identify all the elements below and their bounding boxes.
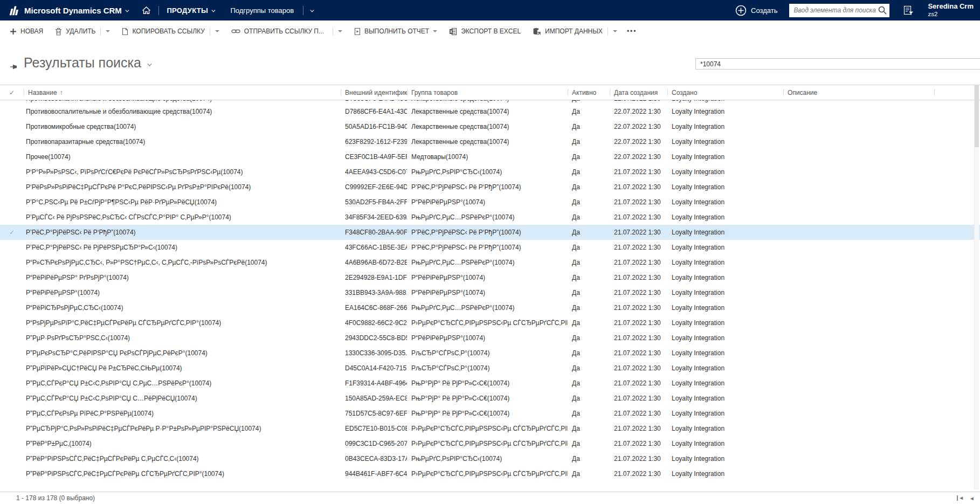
- cell-name[interactable]: Противомикробные средства(10074): [24, 123, 341, 130]
- scrollbar-thumb[interactable]: [975, 85, 979, 147]
- cell-name[interactable]: Р”РёР°Р±РµС‚(10074): [24, 440, 341, 447]
- create-button[interactable]: Создать: [735, 5, 777, 16]
- cell-name[interactable]: Р”РёР°РіРЅРѕСЃС‚РёС‡РµСЃРєРёРµ СЃСЂРµРґС…: [24, 470, 341, 478]
- cell-name[interactable]: Р”РµС‚СЃРєР°СЏ Р±С‹С‚РѕРІР°СЏ С…РёРјРёСЏ…: [24, 395, 341, 402]
- table-row[interactable]: Р”РµР·РѕРґРѕСЂР°РЅС‚С‹(10074) 2943DDC2-5…: [0, 330, 980, 346]
- table-row[interactable]: Противомикробные средства(10074) 50A5AD1…: [0, 119, 980, 134]
- table-row[interactable]: Р”РµСЂРјР°С‚РѕР»РѕРіРёС‡РµСЃРєРёРµ Р·Р°Р…: [0, 421, 980, 436]
- cell-name[interactable]: Р‘Р°Р»Р»РѕРЅС‹, РїРѕРґСѓС€РєРё РєРёСЃР»Р…: [24, 168, 341, 176]
- export-excel-button[interactable]: ЭКСПОРТ В EXCEL: [449, 27, 521, 36]
- cell-name[interactable]: Р’РµСЃС‹ Рё РјРѕРЅРёС‚РѕСЂС‹ СЃРѕСЃС‚Р°Р…: [24, 213, 341, 221]
- cell-name[interactable]: Противовоспалительные и обезболивающие с…: [24, 108, 341, 115]
- more-commands-button[interactable]: •••: [627, 27, 637, 35]
- table-row[interactable]: Р”РёР°Р±РµС‚(10074) 099C3C1D-C965-207...…: [0, 436, 980, 451]
- cell-name[interactable]: Р’РёС‚Р°РјРёРЅС‹ Рё Р‘РђР”(10074): [24, 229, 341, 236]
- new-button[interactable]: НОВАЯ: [10, 27, 43, 35]
- table-row[interactable]: ✓ Р’РёС‚Р°РјРёРЅС‹ Рё Р‘РђР”(10074) F348…: [0, 225, 980, 240]
- table-row[interactable]: Р”РµС‚СЃРєР°СЏ Р±С‹С‚РѕРІР°СЏ С…РёРјРёСЏ…: [0, 391, 980, 406]
- run-report-dropdown-caret[interactable]: [433, 30, 437, 32]
- user-menu[interactable]: Seredina Crm zs2: [928, 2, 974, 18]
- table-row[interactable]: Р”РµРїРёР»СЏС†РёСЏ Рё Р±СЂРёС‚СЊРµ(10074…: [0, 361, 980, 376]
- table-row[interactable]: Р“Р»СЋРєРѕРјРµС‚СЂС‹, Р»Р°РЅС†РµС‚С‹, С‚…: [0, 255, 980, 270]
- row-check[interactable]: ✓: [0, 229, 24, 236]
- command-separator: [100, 27, 101, 36]
- cell-name[interactable]: Р”РµРїРёР»СЏС†РёСЏ Рё Р±СЂРёС‚СЊРµ(10074…: [24, 364, 341, 372]
- home-button[interactable]: [142, 6, 151, 15]
- app-brand[interactable]: Microsoft Dynamics CRM: [8, 5, 128, 16]
- first-page-icon[interactable]: ◄: [957, 495, 964, 501]
- delete-dropdown-caret[interactable]: [106, 30, 110, 32]
- table-row[interactable]: Р”РµС‚СЃРєР°СЏ Р±С‹С‚РѕРІР°СЏ С‚РµС…РЅРё…: [0, 376, 980, 391]
- table-row[interactable]: Р”РёР°РіРЅРѕСЃС‚РёС‡РµСЃРєРёРµ СЃСЂРµРґС…: [0, 466, 980, 481]
- view-selector[interactable]: Результаты поиска: [24, 55, 150, 71]
- copy-link-button[interactable]: КОПИРОВАТЬ ССЫЛКУ: [122, 27, 204, 36]
- cell-name[interactable]: Р”РёР°РіРЅРѕСЃС‚РёС‡РµСЃРєРёРµ С‚РµСЃС‚С…: [24, 455, 341, 462]
- run-report-button[interactable]: ВЫПОЛНИТЬ ОТЧЕТ: [354, 27, 437, 36]
- cell-created-by: Loyalty Integration: [667, 425, 783, 432]
- global-search-box[interactable]: [789, 4, 889, 17]
- cell-created-on: 21.07.2022 1:30: [610, 168, 667, 176]
- cell-name[interactable]: Р”РµС‚СЃРєР°СЏ Р±С‹С‚РѕРІР°СЏ С‚РµС…РЅРё…: [24, 379, 341, 387]
- cell-name[interactable]: Р“Р»СЋРєРѕРјРµС‚СЂС‹, Р»Р°РЅС†РµС‚С‹, С‚…: [24, 259, 341, 266]
- column-header-external-id[interactable]: Внешний идентифик...: [341, 85, 407, 100]
- cell-name[interactable]: Р‘РёРѕР»РѕРіРёС‡РµСЃРєРё Р°РєС‚РёРІРЅС‹Р…: [24, 183, 341, 191]
- table-row[interactable]: Противовоспалительные и обезболивающие с…: [0, 104, 980, 119]
- table-row[interactable]: Р’Р°С‚РЅС‹Рµ Рё Р±СѓРјР°Р¶РЅС‹Рµ РёР·РґР…: [0, 195, 980, 210]
- advanced-find-button[interactable]: [903, 5, 914, 16]
- select-all-checkbox[interactable]: ✓: [0, 85, 24, 100]
- column-header-created-on[interactable]: Дата создания: [610, 85, 667, 100]
- previous-page-icon[interactable]: ◄: [969, 495, 975, 501]
- import-data-dropdown-caret[interactable]: [613, 30, 617, 32]
- table-row[interactable]: Р“РѕРјРµРѕРїР°С‚РёС‡РµСЃРєРёРµ СЃСЂРµРґС…: [0, 315, 980, 330]
- vertical-scrollbar[interactable]: [974, 85, 979, 490]
- table-row[interactable]: Р‘РёРѕР»РѕРіРёС‡РµСЃРєРё Р°РєС‚РёРІРЅС‹Р…: [0, 179, 980, 195]
- cell-name[interactable]: Противовоспалительные и обезболивающие с…: [24, 100, 341, 102]
- column-header-name[interactable]: Название ↑: [24, 85, 341, 100]
- column-header-created-by[interactable]: Создано: [667, 85, 783, 100]
- cell-name[interactable]: Р“РёРіРёРµРЅР° РґРѕРјР°(10074): [24, 274, 341, 281]
- column-header-active[interactable]: Активно: [568, 85, 610, 100]
- nav-area-products[interactable]: ПРОДУКТЫ: [167, 6, 214, 15]
- cell-created-by: Loyalty Integration: [667, 379, 783, 387]
- table-row[interactable]: Р”РµС‚СЃРєРѕРµ РїРёС‚Р°РЅРёРµ(10074) 751…: [0, 406, 980, 421]
- table-row[interactable]: Противопаразитарные средства(10074) 623F…: [0, 134, 980, 149]
- cell-name[interactable]: Р“РёРіСЂРѕРјРµС‚СЂС‹(10074): [24, 304, 341, 312]
- table-row[interactable]: Р”РёР°РіРЅРѕСЃС‚РёС‡РµСЃРєРёРµ С‚РµСЃС‚С…: [0, 451, 980, 466]
- table-row[interactable]: Противовоспалительные и обезболивающие с…: [0, 100, 980, 104]
- cell-name[interactable]: Р”РµР·РѕРґРѕСЂР°РЅС‚С‹(10074): [24, 334, 341, 342]
- create-button-label: Создать: [751, 6, 777, 15]
- cell-name[interactable]: Р”РµСЂРјР°С‚РѕР»РѕРіРёС‡РµСЃРєРёРµ Р·Р°Р…: [24, 425, 341, 432]
- copy-link-dropdown-caret[interactable]: [215, 30, 219, 32]
- table-row[interactable]: Р‘Р°Р»Р»РѕРЅС‹, РїРѕРґСѓС€РєРё РєРёСЃР»Р…: [0, 164, 980, 179]
- navbar-right-cluster: Создать Seredina Crm zs2: [735, 2, 980, 18]
- cell-name[interactable]: Р”РµС‚СЃРєРѕРµ РїРёС‚Р°РЅРёРµ(10074): [24, 410, 341, 417]
- cell-name[interactable]: Р“РѕРјРµРѕРїР°С‚РёС‡РµСЃРєРёРµ СЃСЂРµРґС…: [24, 319, 341, 327]
- cell-name[interactable]: Р“РёРіРёРµРЅР°(10074): [24, 289, 341, 296]
- table-row[interactable]: Р’РёС‚Р°РјРёРЅС‹ Рё РјРёРЅРµСЂР°Р»С‹(100…: [0, 240, 980, 255]
- cell-name[interactable]: Прочее(10074): [24, 153, 341, 161]
- cell-name[interactable]: Р’Р°С‚РЅС‹Рµ Рё Р±СѓРјР°Р¶РЅС‹Рµ РёР·РґР…: [24, 198, 341, 206]
- import-data-button[interactable]: ИМПОРТ ДАННЫХ: [533, 27, 603, 36]
- global-search-input[interactable]: [793, 6, 878, 14]
- table-row[interactable]: Р“РёРіСЂРѕРјРµС‚СЂС‹(10074) EA164C6C-868…: [0, 300, 980, 315]
- cell-active: Да: [568, 395, 610, 402]
- table-row[interactable]: Р“РёРіРёРµРЅР°(10074) 331BB943-3A9A-988.…: [0, 285, 980, 300]
- table-row[interactable]: Р”РµРєРѕСЂР°С‚РёРІРЅР°СЏ РєРѕСЃРјРµС‚РёР…: [0, 346, 980, 361]
- nav-breadcrumb-subgroups[interactable]: Подгруппы товаров: [231, 6, 313, 15]
- cell-name[interactable]: Противопаразитарные средства(10074): [24, 138, 341, 146]
- table-row[interactable]: Р“РёРіРёРµРЅР° РґРѕРјР°(10074) 2E294928-…: [0, 270, 980, 285]
- pin-icon[interactable]: [10, 63, 18, 71]
- cell-name[interactable]: Р’РёС‚Р°РјРёРЅС‹ Рё РјРёРЅРµСЂР°Р»С‹(100…: [24, 244, 341, 251]
- breadcrumb-chevron-icon[interactable]: [310, 8, 314, 11]
- search-icon[interactable]: [878, 5, 887, 15]
- column-header-product-group[interactable]: Группа товаров: [407, 85, 568, 100]
- cell-name[interactable]: Р”РµРєРѕСЂР°С‚РёРІРЅР°СЏ РєРѕСЃРјРµС‚РёР…: [24, 349, 341, 357]
- email-link-button[interactable]: ОТПРАВИТЬ ССЫЛКУ П...: [231, 27, 324, 35]
- table-row[interactable]: Р’РµСЃС‹ Рё РјРѕРЅРёС‚РѕСЂС‹ СЃРѕСЃС‚Р°Р…: [0, 210, 980, 225]
- email-link-dropdown-caret[interactable]: [338, 30, 342, 32]
- table-row[interactable]: Прочее(10074) CE3F0C1B-4A9F-5EF8... Медт…: [0, 149, 980, 164]
- column-header-description[interactable]: Описание: [783, 85, 934, 100]
- quick-filter-input[interactable]: [695, 58, 980, 70]
- cell-active: Да: [568, 274, 610, 281]
- delete-button[interactable]: УДАЛИТЬ: [55, 27, 95, 36]
